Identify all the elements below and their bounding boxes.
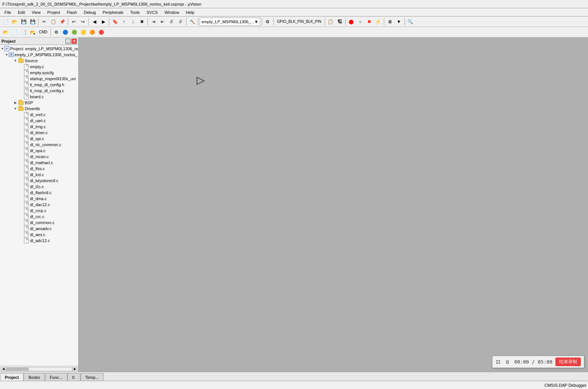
- tree-target[interactable]: ▼ T empty_LP_MSPM0L1306_nortos_: [0, 52, 78, 58]
- tab-books[interactable]: Books: [24, 373, 45, 381]
- tree-file-empty-syscfg[interactable]: empty.syscfg: [0, 70, 78, 76]
- new-file-btn[interactable]: 📄: [1, 18, 10, 26]
- tab-func[interactable]: Func...: [45, 373, 67, 381]
- comment-btn[interactable]: //: [167, 18, 176, 26]
- menu-tools[interactable]: Tools: [127, 9, 143, 15]
- tree-file-dl-spi[interactable]: dl_spi.c: [0, 136, 78, 142]
- save-all-btn[interactable]: 💾: [28, 18, 37, 26]
- root-expander[interactable]: ▼: [1, 46, 4, 51]
- tree-file-dl-opa[interactable]: dl_opa.c: [0, 148, 78, 154]
- menu-peripherals[interactable]: Peripherals: [100, 9, 127, 15]
- source-expander[interactable]: ▼: [13, 58, 18, 63]
- tree-file-dl-trng[interactable]: dl_trng.c: [0, 124, 78, 130]
- menu-view[interactable]: View: [29, 9, 44, 15]
- tb2-target-btn[interactable]: 🟢: [70, 28, 79, 36]
- menu-help[interactable]: Help: [183, 9, 197, 15]
- tree-file-dl-adc12[interactable]: dl_adc12.c: [0, 238, 78, 244]
- copy-btn[interactable]: 📋: [49, 18, 57, 26]
- tree-file-dl-timer[interactable]: dl_timer.c: [0, 130, 78, 136]
- menu-svcs[interactable]: SVCS: [143, 9, 161, 15]
- tree-file-startup[interactable]: startup_mspm0l130x_uvi: [0, 76, 78, 82]
- tree-file-dl-aes[interactable]: dl_aes.c: [0, 232, 78, 238]
- more-btn[interactable]: ⚡: [374, 18, 382, 26]
- target-expander[interactable]: ▼: [5, 52, 9, 57]
- tree-file-dl-mcan[interactable]: dl_mcan.c: [0, 154, 78, 160]
- view2-btn[interactable]: ▼: [395, 18, 403, 26]
- undo-btn[interactable]: ↩: [70, 18, 78, 26]
- tree-file-dl-keystorectl[interactable]: dl_keystorectl.c: [0, 178, 78, 184]
- h-scroll-track[interactable]: [6, 367, 72, 371]
- panel-minimize-btn[interactable]: _: [66, 39, 71, 44]
- menu-debug[interactable]: Debug: [81, 9, 99, 15]
- cut-btn[interactable]: ✂: [40, 18, 48, 26]
- paste-btn[interactable]: 📌: [58, 18, 66, 26]
- tb2-rtos-btn[interactable]: 🔵: [61, 28, 70, 36]
- bookmark-btn[interactable]: 🔖: [111, 18, 119, 26]
- timer-pause-btn[interactable]: ⏸: [504, 358, 511, 366]
- tab-0[interactable]: 0.: [67, 373, 81, 381]
- options-btn[interactable]: ⚙: [264, 18, 272, 26]
- tree-file-dl-crcp[interactable]: dl_crcp.c: [0, 208, 78, 214]
- gpio-btn[interactable]: GPIO_BLK_PIN_BLK_PIN: [275, 18, 323, 26]
- tb2-btn2[interactable]: 📄: [10, 28, 19, 36]
- tree-file-dl-config-c[interactable]: ti_msp_dl_config.c: [0, 88, 78, 94]
- menu-edit[interactable]: Edit: [15, 9, 28, 15]
- tb2-btn1[interactable]: 📂: [1, 28, 10, 36]
- tb2-download-btn[interactable]: 🟡: [79, 28, 88, 36]
- menu-file[interactable]: File: [1, 9, 14, 15]
- tb2-erase-btn[interactable]: 🔴: [97, 28, 106, 36]
- tb2-btn3[interactable]: 📑: [19, 28, 28, 36]
- kill-btn[interactable]: ✖: [365, 18, 373, 26]
- panel-h-scrollbar[interactable]: ◀ ▶: [0, 366, 78, 372]
- compile-btn[interactable]: 🔨: [188, 18, 196, 26]
- run-debug-btn[interactable]: ○: [356, 18, 364, 26]
- scroll-left-btn[interactable]: ◀: [1, 367, 6, 371]
- tree-file-dl-dma[interactable]: dl_dma.c: [0, 196, 78, 202]
- redo-btn[interactable]: ↪: [79, 18, 87, 26]
- clear-bookmark-btn[interactable]: ✖: [138, 18, 146, 26]
- tree-file-dl-lfss[interactable]: dl_lfss.c: [0, 166, 78, 172]
- menu-window[interactable]: Window: [161, 9, 182, 15]
- tb2-manage-btn[interactable]: ⚙: [52, 28, 61, 36]
- stop-debug-btn[interactable]: ⬤: [347, 18, 355, 26]
- tree-root-project[interactable]: ▼ P Project: empty_LP_MSPM0L1306_no: [0, 46, 78, 52]
- open-btn[interactable]: 📂: [10, 18, 19, 26]
- timer-stop-btn[interactable]: 结束录制: [555, 358, 581, 366]
- tab-temp[interactable]: Temp...: [81, 373, 104, 381]
- unindent-btn[interactable]: ⇤: [158, 18, 167, 26]
- tree-file-board-c[interactable]: board.c: [0, 94, 78, 100]
- navigate-fwd-btn[interactable]: ▶: [99, 18, 107, 26]
- tb2-btn4[interactable]: 📂▼: [28, 28, 37, 36]
- build-btn[interactable]: 🏗: [336, 18, 344, 26]
- prev-bookmark-btn[interactable]: ↑: [120, 18, 128, 26]
- tree-file-dl-dac12[interactable]: dl_dac12.c: [0, 202, 78, 208]
- tree-file-dl-flashctl[interactable]: dl_flashctl.c: [0, 190, 78, 196]
- view-btn[interactable]: 🖥: [386, 18, 394, 26]
- uncomment-btn[interactable]: //: [176, 18, 185, 26]
- driverlib-expander[interactable]: ▼: [13, 106, 18, 111]
- tb2-flash-btn[interactable]: 🟠: [88, 28, 97, 36]
- tree-file-dl-config-h[interactable]: ti_msp_dl_config.h: [0, 82, 78, 88]
- tab-project[interactable]: Project: [0, 373, 24, 381]
- tree-group-bsp[interactable]: ▶ BSP: [0, 100, 78, 106]
- next-bookmark-btn[interactable]: ↓: [129, 18, 137, 26]
- indent-btn[interactable]: ⇥: [149, 18, 158, 26]
- panel-close-btn[interactable]: ✕: [72, 39, 77, 44]
- tree-file-dl-aesadv[interactable]: dl_aesadv.c: [0, 226, 78, 232]
- tree-file-dl-vref[interactable]: dl_vref.c: [0, 112, 78, 118]
- tree-group-source[interactable]: ▼ Source: [0, 58, 78, 64]
- tree-file-dl-common[interactable]: dl_common.c: [0, 220, 78, 226]
- scroll-right-btn[interactable]: ▶: [72, 367, 78, 371]
- tree-file-dl-uart[interactable]: dl_uart.c: [0, 118, 78, 124]
- menu-flash[interactable]: Flash: [64, 9, 80, 15]
- copy2-btn[interactable]: 📋: [327, 18, 335, 26]
- target-dropdown[interactable]: empty_LP_MSPM0L1306_... ▼: [200, 18, 260, 26]
- tree-group-driverlib[interactable]: ▼ Driverlib: [0, 106, 78, 112]
- tree-file-dl-lcd[interactable]: dl_lcd.c: [0, 172, 78, 178]
- save-btn[interactable]: 💾: [19, 18, 28, 26]
- tree-file-dl-mathacl[interactable]: dl_mathacl.c: [0, 160, 78, 166]
- tree-file-dl-crc[interactable]: dl_crc.c: [0, 214, 78, 220]
- bsp-expander[interactable]: ▶: [13, 100, 18, 105]
- navigate-back-btn[interactable]: ◀: [90, 18, 98, 26]
- tree-file-empty-c[interactable]: empty.c: [0, 64, 78, 70]
